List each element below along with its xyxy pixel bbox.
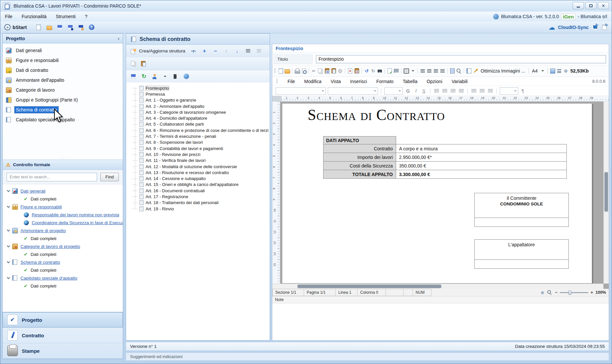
format-i-button[interactable]: I: [413, 88, 419, 94]
align-center-icon[interactable]: [442, 89, 447, 93]
save-user-icon[interactable]: [78, 24, 84, 31]
save-blue-icon[interactable]: [67, 24, 74, 31]
chevron-down-icon[interactable]: [7, 204, 10, 208]
bookmark-icon[interactable]: [172, 73, 179, 80]
move-down-icon[interactable]: [234, 48, 240, 54]
add-icon[interactable]: [201, 48, 208, 54]
tree-node-link[interactable]: Figure e responsabili: [20, 204, 62, 209]
menu-formato[interactable]: Formato: [376, 79, 393, 84]
note-body[interactable]: [272, 303, 609, 340]
caret-sm-icon[interactable]: [162, 73, 168, 80]
create-structure-button[interactable]: Crea/Aggiorna struttura: [139, 48, 185, 53]
vertical-scrollbar[interactable]: [603, 102, 609, 284]
tree-node-link[interactable]: Schema di contratto: [20, 260, 60, 265]
e-columns-icon[interactable]: [393, 68, 399, 74]
menu-strumenti[interactable]: Strumenti: [56, 14, 76, 19]
cloudio-sync-button[interactable]: CloudIO-Sync: [558, 25, 589, 30]
e-table-grid-icon[interactable]: [403, 68, 409, 74]
menu-tabella[interactable]: Tabella: [403, 79, 417, 84]
toolbar-grip[interactable]: [274, 68, 276, 74]
expand-collapse-icon[interactable]: [190, 48, 197, 54]
e-paste-w-icon[interactable]: [324, 68, 330, 74]
zoom-out-button[interactable]: −: [555, 290, 558, 295]
find-button[interactable]: Find: [100, 173, 119, 181]
article-item[interactable]: Art. 17 - Registrazione: [126, 194, 270, 199]
menu-file[interactable]: File: [5, 14, 13, 19]
zoom-mag-icon[interactable]: [547, 290, 553, 295]
article-item[interactable]: Art. 13 - Risoluzione e recesso del cont…: [126, 169, 270, 175]
copy-icon[interactable]: [130, 60, 137, 67]
article-item[interactable]: Art. 3 - Categorie di lavorazioni omogen…: [126, 109, 270, 115]
pilcrow-icon[interactable]: ¶: [522, 88, 524, 94]
sidebar-item-figure-e-responsabili[interactable]: Figure e responsabili: [3, 55, 123, 65]
paste-icon[interactable]: [140, 60, 147, 67]
report-sync-icon[interactable]: [601, 24, 608, 31]
menu-item[interactable]: ?: [85, 14, 87, 19]
page-format-select[interactable]: A4: [532, 68, 538, 74]
titolo-input[interactable]: [316, 55, 606, 63]
nav-progetto[interactable]: Progetto: [3, 312, 123, 328]
article-item[interactable]: Art. 4 - Domicilio dell'appaltatore: [126, 115, 270, 121]
menu-variabili[interactable]: Variabili: [452, 79, 468, 84]
close-button[interactable]: ✕: [598, 2, 609, 9]
article-item[interactable]: Art. 19 - Rinvio: [126, 206, 270, 212]
zoom-slider-thumb[interactable]: [568, 290, 571, 295]
sidebar-item-categorie-di-lavoro[interactable]: Categorie di lavoro: [3, 85, 123, 95]
e-paste-icon[interactable]: [331, 68, 336, 74]
e-minus-icon[interactable]: [337, 68, 343, 74]
chevron-down-icon[interactable]: [7, 244, 10, 247]
e-binoculars-icon[interactable]: [377, 68, 383, 74]
article-item[interactable]: Art. 18 - Trattamento dei dati personali: [126, 200, 270, 206]
font-size-select[interactable]: [384, 87, 403, 95]
e-open-icon[interactable]: [285, 68, 290, 74]
menu-funzionalit[interactable]: Funzionalità: [22, 14, 47, 19]
e-paste-fmt-icon[interactable]: [354, 68, 359, 74]
article-item[interactable]: Art. 14 - Cessione e subappalto: [126, 175, 270, 181]
sidebar-item-ammontare-dell-appalto[interactable]: Ammontare dell'appalto: [3, 75, 123, 85]
tree-child-link[interactable]: Coordinatore della Sicurezza in fase di …: [32, 220, 123, 225]
menubar-grip[interactable]: [276, 79, 278, 84]
e-print-icon[interactable]: [294, 68, 300, 74]
nav-stampe[interactable]: Stampe: [3, 343, 123, 359]
tree-node-link[interactable]: Dati generali: [20, 189, 46, 194]
outdent-icon[interactable]: [245, 48, 251, 54]
e-outl-icon[interactable]: [420, 68, 425, 74]
e-line-sp-icon[interactable]: [557, 68, 562, 74]
zoom-in-button[interactable]: +: [591, 290, 593, 295]
article-item[interactable]: Art. 10 - Revisione dei prezzi: [126, 151, 270, 157]
format-g-button[interactable]: G: [405, 88, 411, 94]
tree-child-link[interactable]: Responsabile dei lavori nomina non previ…: [32, 212, 119, 217]
collapse-sidebar-button[interactable]: ‹: [118, 36, 119, 42]
sidebar-item-dati-di-contratto[interactable]: Dati di contratto: [3, 65, 123, 75]
document-page[interactable]: Schema di Contratto DATI APPALTOContratt…: [282, 103, 592, 284]
minimize-button[interactable]: [573, 2, 584, 9]
new-document-icon[interactable]: [35, 24, 42, 31]
hscroll-thumb[interactable]: [297, 285, 441, 288]
sidebar-item-gruppi-e-sottogruppi-parte-ii[interactable]: Gruppi e Sottogruppi (Parte II): [3, 95, 123, 105]
article-item[interactable]: Art. 2 - Ammontare dell'appalto: [126, 103, 270, 109]
save-icon[interactable]: [130, 73, 137, 80]
e-spell-icon[interactable]: [387, 68, 392, 74]
menu-modifica[interactable]: Modifica: [304, 79, 322, 84]
maximize-button[interactable]: [585, 2, 596, 9]
e-preview-icon[interactable]: [301, 68, 307, 74]
indent-icon[interactable]: [255, 48, 262, 54]
contact-sync-icon[interactable]: [592, 24, 598, 31]
e-new-doc-icon[interactable]: [278, 68, 284, 74]
page-format-caret-icon[interactable]: [540, 68, 546, 74]
e-redo-icon[interactable]: [370, 68, 376, 74]
bstart-button[interactable]: > bStart: [4, 24, 27, 30]
tree-node-link[interactable]: Ammontare di progetto: [20, 228, 66, 233]
align-left-icon[interactable]: [434, 89, 439, 93]
e-tree-icon[interactable]: [466, 68, 472, 74]
globe-icon[interactable]: [183, 73, 189, 80]
horizontal-scrollbar[interactable]: [272, 284, 603, 289]
sidebar-item-dati-generali[interactable]: Dati generali: [3, 46, 123, 55]
open-folder-icon[interactable]: [46, 24, 52, 31]
format-s-button[interactable]: S: [421, 88, 427, 94]
e-cut-icon[interactable]: [311, 68, 317, 74]
tree-node-link[interactable]: Capitolato speciale d'appalto: [20, 276, 77, 281]
search-input[interactable]: [7, 173, 97, 181]
save-icon[interactable]: [56, 24, 63, 31]
tree-node-link[interactable]: Categorie di lavoro di progetto: [20, 244, 80, 249]
